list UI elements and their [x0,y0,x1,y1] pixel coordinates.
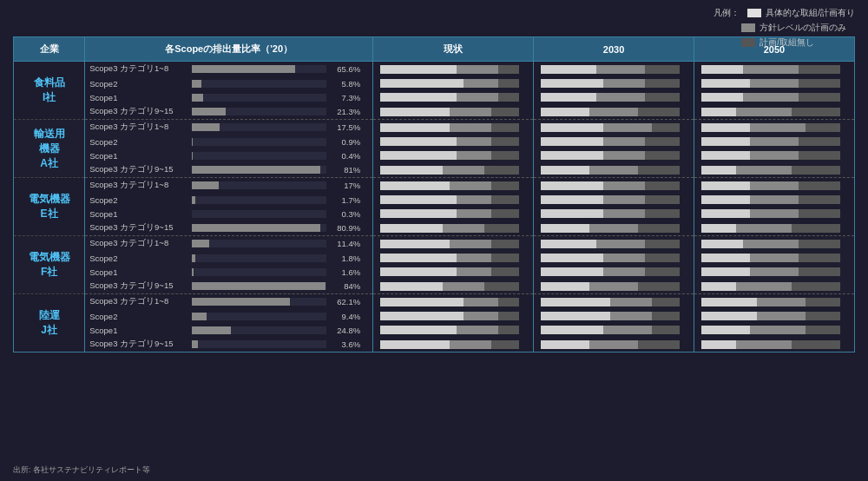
bar-track [192,65,326,73]
seg-white [380,65,457,74]
seg-dark [799,137,840,146]
bar-pct: 0.9% [329,137,360,147]
scope-label: Scope2 [89,312,189,321]
table-row: Scope3 カテゴリ9~15 84% [14,279,855,294]
bar-pct: 1.8% [329,254,360,263]
seg-white [701,224,736,233]
seg-dark [652,298,680,306]
seg-bar [380,267,519,277]
bar-track [192,268,326,276]
col-status: 現状 [373,37,534,62]
seg-white [701,195,750,204]
seg-white [380,108,450,116]
seg-bar [541,181,680,191]
scope-bar-cell: Scope3 カテゴリ1~8 11.4% [85,236,373,252]
table-row: 電気機器E社 Scope3 カテゴリ1~8 17% [14,178,855,194]
seg-white [701,209,750,218]
seg-mid [457,267,491,276]
scope-bar-cell: Scope3 カテゴリ1~8 17% [85,178,373,194]
seg-mid [757,312,806,320]
seg-dark [491,108,519,116]
seg-dark [645,267,680,276]
seg-mid [603,267,645,276]
seg-dark [645,137,680,146]
2030-cell [534,251,694,265]
seg-bar [541,253,680,263]
bar-fill [192,268,194,276]
seg-bar [380,297,519,307]
seg-white [541,224,589,233]
seg-dark [652,312,680,320]
seg-dark [491,254,519,262]
seg-bar [380,208,519,219]
seg-bar [701,239,840,249]
2030-cell [534,135,694,148]
seg-dark [799,93,840,102]
table-row: Scope1 0.3% [14,207,855,221]
bar-track [192,138,326,146]
seg-mid [736,282,792,291]
seg-mid [589,340,638,349]
2030-cell [534,236,694,252]
2030-cell [534,337,694,353]
table-row: Scope1 24.8% [14,323,855,337]
table-row: Scope2 9.4% [14,309,855,323]
seg-white [701,65,743,74]
status-cell [373,90,534,104]
scope-label: Scope1 [89,209,189,219]
seg-bar [541,281,680,292]
seg-mid [457,209,491,218]
bar-fill [192,326,231,334]
status-cell [373,207,534,221]
status-cell [373,309,534,323]
2050-cell [694,120,855,135]
table-row: 陸運J社 Scope3 カテゴリ1~8 62.1% [14,294,855,310]
seg-white [701,79,750,88]
seg-bar [541,208,680,219]
bar-pct: 0.3% [329,209,360,219]
seg-dark [491,195,519,204]
seg-mid [750,137,799,146]
seg-dark [799,267,840,276]
seg-white [380,267,457,276]
seg-mid [450,340,491,349]
status-cell [373,178,534,194]
seg-mid [589,166,638,175]
col-scope: 各Scopeの排出量比率（'20） [85,37,373,62]
scope-bar-cell: Scope2 5.8% [85,76,373,90]
2030-cell [534,265,694,279]
seg-dark [799,209,840,218]
seg-dark [799,254,840,262]
seg-bar [541,297,680,307]
scope-bar-cell: Scope3 カテゴリ9~15 81% [85,162,373,178]
status-cell [373,148,534,162]
seg-mid [603,254,645,262]
scope-bar-cell: Scope3 カテゴリ1~8 62.1% [85,294,373,310]
seg-bar [701,311,840,321]
seg-dark [645,240,680,248]
seg-white [380,195,457,204]
seg-bar [380,107,519,117]
status-cell [373,162,534,178]
seg-mid [443,224,484,233]
scope-label: Scope3 カテゴリ1~8 [89,63,189,75]
seg-white [380,93,457,102]
bar-fill [192,94,203,102]
legend-label-dark: 計画/取組無し [760,36,814,49]
2050-cell [694,207,855,221]
seg-dark [806,312,840,320]
seg-bar [541,150,680,161]
seg-bar [701,150,840,161]
scope-bar-cell: Scope1 0.3% [85,207,373,221]
bar-pct: 1.6% [329,267,360,277]
2050-cell [694,221,855,236]
seg-bar [380,239,519,249]
seg-dark [645,209,680,218]
seg-bar [380,253,519,263]
seg-white [541,312,610,320]
scope-bar-cell: Scope1 1.6% [85,265,373,279]
seg-white [380,254,457,262]
2030-cell [534,90,694,104]
2050-cell [694,265,855,279]
status-cell [373,294,534,310]
